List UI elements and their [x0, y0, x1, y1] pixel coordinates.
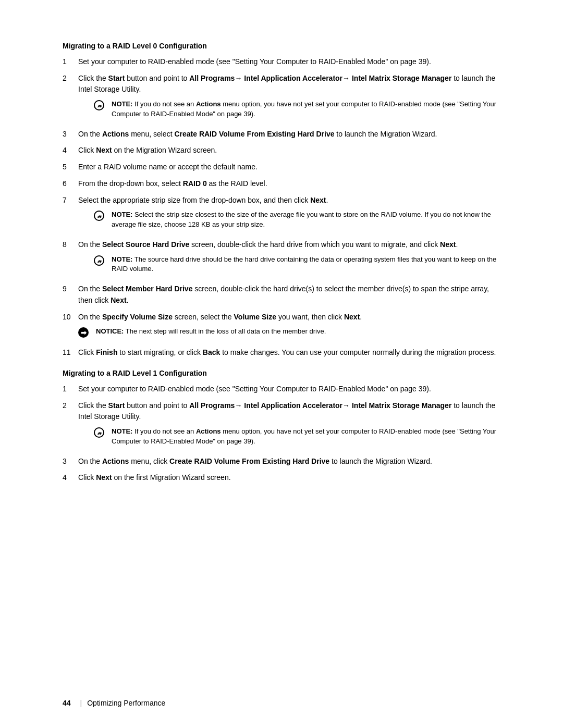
step-content: Enter a RAID volume name or accept the d…	[78, 162, 500, 173]
page: Migrating to a RAID Level 0 Configuratio…	[0, 0, 563, 728]
step-content: On the Specify Volume Size screen, selec…	[78, 313, 362, 321]
step-item: 4 Click Next on the Migration Wizard scr…	[63, 145, 500, 156]
note-icon-img: 𝓃	[94, 100, 104, 110]
step-number: 4	[63, 145, 78, 156]
step-number: 9	[63, 283, 78, 306]
notice-box: ➡ NOTICE: The next step will result in t…	[78, 327, 500, 338]
step-item: 2 Click the Start button and point to Al…	[63, 400, 500, 451]
step-number: 5	[63, 162, 78, 173]
step-item: 2 Click the Start button and point to Al…	[63, 73, 500, 124]
note-text: NOTE: If you do not see an Actions menu …	[112, 100, 500, 119]
step-item: 8 On the Select Source Hard Drive screen…	[63, 239, 500, 278]
step-item: 6 From the drop-down box, select RAID 0 …	[63, 178, 500, 190]
step-content: Click Next on the Migration Wizard scree…	[78, 145, 500, 156]
step-list-raid0: 1 Set your computer to RAID-enabled mode…	[63, 56, 500, 359]
note-text: NOTE: The source hard drive should be th…	[112, 255, 500, 275]
notice-icon-img: ➡	[78, 327, 89, 338]
note-text: NOTE: If you do not see an Actions menu …	[112, 427, 500, 447]
footer: 44 | Optimizing Performance	[63, 699, 500, 707]
step-content: Click Finish to start migrating, or clic…	[78, 347, 500, 359]
step-number: 2	[63, 73, 78, 124]
step-content: On the Select Member Hard Drive screen, …	[78, 283, 500, 306]
note-box: 𝓃 NOTE: If you do not see an Actions men…	[94, 427, 500, 447]
step-content: Click Next on the first Migration Wizard…	[78, 472, 500, 484]
step-item: 9 On the Select Member Hard Drive screen…	[63, 283, 500, 306]
note-box: 𝓃 NOTE: The source hard drive should be …	[94, 255, 500, 275]
step-content: Set your computer to RAID-enabled mode (…	[78, 384, 500, 395]
step-number: 11	[63, 347, 78, 359]
step-number: 3	[63, 129, 78, 140]
step-number: 10	[63, 312, 78, 342]
note-icon: 𝓃	[94, 427, 108, 447]
note-icon-img: 𝓃	[94, 427, 104, 438]
step-item: 1 Set your computer to RAID-enabled mode…	[63, 56, 500, 68]
step-content: Select the appropriate strip size from t…	[78, 196, 328, 204]
footer-title: Optimizing Performance	[87, 699, 165, 707]
step-number: 7	[63, 195, 78, 234]
section-raid1-heading: Migrating to a RAID Level 1 Configuratio…	[63, 369, 500, 377]
footer-page-number: 44	[63, 699, 71, 707]
section-raid1: Migrating to a RAID Level 1 Configuratio…	[63, 369, 500, 484]
step-list-raid1: 1 Set your computer to RAID-enabled mode…	[63, 384, 500, 484]
step-item: 5 Enter a RAID volume name or accept the…	[63, 162, 500, 173]
step-content: On the Actions menu, click Create RAID V…	[78, 456, 500, 467]
footer-separator: |	[80, 699, 82, 707]
step-item: 3 On the Actions menu, click Create RAID…	[63, 456, 500, 467]
note-icon: 𝓃	[94, 210, 108, 230]
step-number: 1	[63, 56, 78, 68]
step-item: 10 On the Specify Volume Size screen, se…	[63, 312, 500, 342]
step-content: Click the Start button and point to All …	[78, 401, 495, 421]
step-item: 7 Select the appropriate strip size from…	[63, 195, 500, 234]
step-content: Click the Start button and point to All …	[78, 74, 495, 94]
step-content: From the drop-down box, select RAID 0 as…	[78, 178, 500, 190]
section-raid0-heading: Migrating to a RAID Level 0 Configuratio…	[63, 42, 500, 50]
step-content: On the Select Source Hard Drive screen, …	[78, 240, 458, 249]
step-number: 4	[63, 472, 78, 484]
note-icon: 𝓃	[94, 255, 108, 275]
notice-text: NOTICE: The next step will result in the…	[96, 327, 326, 338]
note-text: NOTE: Select the strip size closest to t…	[112, 210, 500, 230]
step-content: On the Actions menu, select Create RAID …	[78, 129, 500, 140]
section-raid0: Migrating to a RAID Level 0 Configuratio…	[63, 42, 500, 359]
step-number: 6	[63, 178, 78, 190]
step-number: 3	[63, 456, 78, 467]
step-item: 4 Click Next on the first Migration Wiza…	[63, 472, 500, 484]
step-number: 8	[63, 239, 78, 278]
notice-icon: ➡	[78, 327, 93, 338]
step-item: 1 Set your computer to RAID-enabled mode…	[63, 384, 500, 395]
step-item: 3 On the Actions menu, select Create RAI…	[63, 129, 500, 140]
note-icon-img: 𝓃	[94, 211, 104, 221]
step-content: Set your computer to RAID-enabled mode (…	[78, 56, 500, 68]
note-icon: 𝓃	[94, 100, 108, 119]
note-box: 𝓃 NOTE: If you do not see an Actions men…	[94, 100, 500, 119]
note-icon-img: 𝓃	[94, 255, 104, 266]
step-number: 2	[63, 400, 78, 451]
step-number: 1	[63, 384, 78, 395]
step-item: 11 Click Finish to start migrating, or c…	[63, 347, 500, 359]
note-box: 𝓃 NOTE: Select the strip size closest to…	[94, 210, 500, 230]
